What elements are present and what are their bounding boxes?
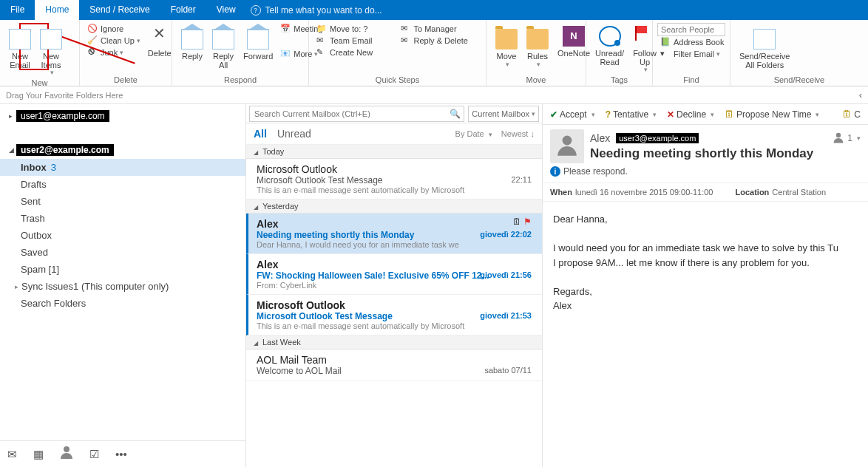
info-icon: i [550,166,560,177]
quick-manager-button[interactable]: ✉To Manager [398,23,482,35]
reply-all-button[interactable]: Reply All [208,23,239,69]
message-item[interactable]: AlexFW: Shocking Halloween Sale! Exclusi… [246,254,542,295]
quick-create-button[interactable]: ✎Create New [313,47,398,58]
team-icon: ✉ [316,35,327,46]
account-2[interactable]: ◢user2@example.com [0,138,245,159]
new-items-button[interactable]: New Items▾ [35,23,67,77]
group-label-quicksteps: Quick Steps [313,74,481,84]
people-view-icon[interactable] [60,446,73,462]
message-list-pane: 🔍 Current Mailbox▾ All Unread By Date ▾ … [246,104,543,467]
new-email-button[interactable]: New Email [4,23,35,69]
tab-send-receive[interactable]: Send / Receive [79,0,160,20]
group-header[interactable]: Yesterday [246,200,542,214]
nav-folder-drafts[interactable]: Drafts [0,176,245,193]
tab-folder[interactable]: Folder [160,0,206,20]
main-area: ▸user1@example.com ◢user2@example.com In… [0,104,868,467]
message-subject: Needing meeting shortly this Monday [590,146,861,161]
title-bar: File Home Send / Receive Folder View ? T… [0,0,868,20]
nav-folder-trash[interactable]: Trash [0,210,245,227]
nav-switcher: ✉ ▦ ☑ ••• [0,440,245,467]
recipients-button[interactable]: 1▾ [832,132,861,145]
tentative-button[interactable]: ?Tentative▾ [603,109,660,120]
message-item[interactable]: AOL Mail TeamWelcome to AOL Mailsabato 0… [246,350,542,381]
unread-read-button[interactable]: Unread/ Read [591,23,628,67]
message-item[interactable]: Microsoft OutlookMicrosoft Outlook Test … [246,159,542,200]
nav-folder-outbox[interactable]: Outbox [0,227,245,244]
filter-unread[interactable]: Unread [277,128,311,140]
meeting-icon: 📅 [280,24,291,34]
flag-icon [634,26,656,47]
ignore-icon: 🚫 [87,24,98,34]
tell-me-search[interactable]: ? Tell me what you want to do... [246,0,382,20]
sendrecv-icon [753,29,776,50]
filter-icon: ▾ [660,49,671,59]
rules-button[interactable]: Rules▾ [522,23,553,68]
message-item[interactable]: Microsoft OutlookMicrosoft Outlook Test … [246,295,542,335]
nav-folder-search-folders[interactable]: Search Folders [0,295,245,312]
ignore-button[interactable]: 🚫Ignore [84,23,143,35]
group-header[interactable]: Today [246,145,542,159]
nav-folder-saved[interactable]: Saved [0,244,245,261]
people-icon [833,133,844,143]
nav-folder-inbox[interactable]: Inbox3 [0,159,245,176]
search-scope-dropdown[interactable]: Current Mailbox▾ [468,106,539,122]
send-receive-all-button[interactable]: Send/Receive All Folders [735,23,795,69]
search-people-input[interactable] [657,23,725,36]
filter-all[interactable]: All [254,128,267,140]
group-label-sendrecv: Send/Receive [735,74,864,84]
tasks-view-icon[interactable]: ☑ [89,448,99,461]
quick-move-button[interactable]: 📁Move to: ? [313,23,398,35]
book-icon: 📗 [660,37,671,47]
delete-button[interactable]: ✕ Delete [143,23,176,58]
view-calendar-button[interactable]: 🗓C [839,109,864,120]
group-label-move: Move [491,74,581,84]
quick-team-button[interactable]: ✉Team Email [313,35,398,47]
calendar-view-icon[interactable]: ▦ [33,448,44,461]
nav-folder-sync-issues1-this-computer-only-[interactable]: Sync Issues1 (This computer only) [0,278,245,295]
more-views-icon[interactable]: ••• [115,448,127,460]
decline-button[interactable]: ✕Decline▾ [664,109,717,120]
x-icon: ✕ [149,26,171,47]
forward-icon [247,29,269,50]
account-1[interactable]: ▸user1@example.com [0,104,245,125]
reading-pane: ✔Accept▾ ?Tentative▾ ✕Decline▾ 🗓Propose … [543,104,868,467]
envelope-icon [9,29,31,50]
favorites-bar[interactable]: Drag Your Favorite Folders Here ‹ [0,86,868,104]
meeting-meta: Whenlunedì 16 novembre 2015 09:00-11:00 … [543,183,868,202]
sort-newest[interactable]: Newest ↓ [501,129,535,138]
mail-view-icon[interactable]: ✉ [7,448,17,461]
tab-file[interactable]: File [0,0,35,20]
calendar-icon: 🗓 [512,217,521,227]
group-label-tags: Tags [591,74,648,84]
filter-email-button[interactable]: ▾Filter Email▾ [657,48,725,60]
onenote-icon: N [563,26,585,47]
tab-home[interactable]: Home [35,0,79,20]
group-header[interactable]: Last Week [246,335,542,350]
nav-folder-spam-1-[interactable]: Spam [1] [0,261,245,278]
forward-button[interactable]: Forward [239,23,277,61]
sort-bydate[interactable]: By Date ▾ [455,129,492,138]
tab-view[interactable]: View [206,0,246,20]
reply-all-icon [212,29,234,50]
rules-icon [526,29,549,50]
replydel-icon: ✉ [401,35,411,46]
search-mailbox-input[interactable] [249,106,464,122]
propose-button[interactable]: 🗓Propose New Time▾ [722,109,822,120]
address-book-button[interactable]: 📗Address Book [657,36,725,48]
quick-replydel-button[interactable]: ✉Reply & Delete [398,35,482,47]
unread-icon [599,26,621,47]
cleanup-button[interactable]: 🧹Clean Up▾ [84,35,143,47]
folder-move-icon [495,29,518,50]
accept-button[interactable]: ✔Accept▾ [547,109,598,120]
flag-icon: ⚑ [523,217,532,227]
move-button[interactable]: Move▾ [491,23,522,68]
broom-icon: 🧹 [87,35,98,46]
folder-icon: 📁 [316,24,327,34]
nav-folder-sent[interactable]: Sent [0,193,245,210]
group-label-respond: Respond [177,74,304,84]
collapse-nav-icon[interactable]: ‹ [859,89,862,100]
group-label-delete: Delete [84,74,167,84]
reply-button[interactable]: Reply [177,23,208,61]
message-item[interactable]: AlexNeeding meeting shortly this MondayD… [246,214,542,254]
envelope-stack-icon [40,29,62,50]
